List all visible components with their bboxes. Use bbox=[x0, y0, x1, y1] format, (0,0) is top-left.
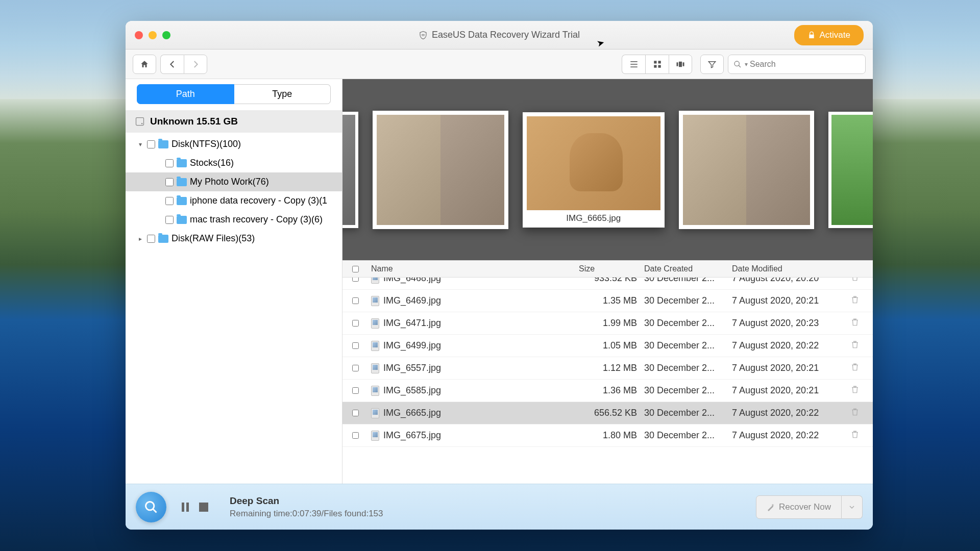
coverflow-thumb-selected[interactable]: IMG_6665.jpg bbox=[523, 112, 664, 228]
file-name: IMG_6471.jpg bbox=[383, 318, 441, 329]
header-date-created[interactable]: Date Created bbox=[644, 264, 732, 273]
trash-icon[interactable] bbox=[850, 340, 860, 349]
file-icon bbox=[371, 363, 379, 373]
recover-label: Recover Now bbox=[779, 502, 831, 512]
maximize-button[interactable] bbox=[162, 31, 170, 39]
tree-item[interactable]: Stocks(16) bbox=[126, 154, 342, 172]
file-size: 1.05 MB bbox=[579, 340, 644, 351]
tab-type[interactable]: Type bbox=[234, 84, 331, 104]
coverflow-strip[interactable]: IMG_6665.jpg bbox=[342, 79, 873, 260]
row-checkbox[interactable] bbox=[352, 297, 359, 304]
tree-item[interactable]: ▾Disk(NTFS)(100) bbox=[126, 135, 342, 154]
grid-view-button[interactable] bbox=[645, 55, 669, 74]
trash-icon[interactable] bbox=[850, 295, 860, 304]
table-row[interactable]: IMG_6557.jpg1.12 MB30 December 2...7 Aug… bbox=[342, 357, 873, 380]
expand-arrow-icon[interactable]: ▾ bbox=[137, 141, 144, 148]
file-table-body: IMG_6468.jpg933.52 KB30 December 2...7 A… bbox=[342, 278, 873, 484]
tree-item[interactable]: iphone data recovery - Copy (3)(1 bbox=[126, 191, 342, 210]
forward-button[interactable] bbox=[184, 55, 207, 74]
svg-rect-2 bbox=[654, 65, 656, 67]
table-row[interactable]: IMG_6468.jpg933.52 KB30 December 2...7 A… bbox=[342, 278, 873, 290]
back-button[interactable] bbox=[160, 55, 184, 74]
tree-checkbox[interactable] bbox=[147, 140, 155, 148]
header-date-modified[interactable]: Date Modified bbox=[732, 264, 850, 273]
grid-icon bbox=[653, 60, 662, 69]
tree-item-label: mac trash recovery - Copy (3)(6) bbox=[190, 214, 323, 225]
coverflow-thumb-far-right[interactable] bbox=[828, 112, 873, 228]
file-date-modified: 7 August 2020, 20:21 bbox=[732, 363, 850, 373]
filter-button[interactable] bbox=[700, 55, 724, 74]
header-name[interactable]: Name bbox=[368, 264, 579, 273]
chevron-right-icon bbox=[191, 60, 200, 69]
scan-indicator bbox=[136, 492, 166, 522]
coverflow-view-button[interactable] bbox=[669, 55, 692, 74]
tree-item-label: My Photo Work(76) bbox=[190, 177, 269, 187]
select-all-checkbox[interactable] bbox=[352, 266, 359, 272]
toolbar: ▾ bbox=[126, 49, 873, 79]
titlebar: EaseUS Data Recovery Wizard Trial ➤ Acti… bbox=[126, 21, 873, 49]
file-date-created: 30 December 2... bbox=[644, 278, 732, 284]
file-date-created: 30 December 2... bbox=[644, 408, 732, 418]
search-box[interactable]: ▾ bbox=[728, 55, 866, 74]
disk-icon bbox=[135, 116, 145, 127]
recover-now-button[interactable]: Recover Now bbox=[756, 495, 842, 519]
close-button[interactable] bbox=[135, 31, 143, 39]
table-row[interactable]: IMG_6469.jpg1.35 MB30 December 2...7 Aug… bbox=[342, 290, 873, 312]
table-row[interactable]: IMG_6665.jpg656.52 KB30 December 2...7 A… bbox=[342, 402, 873, 424]
tree-checkbox[interactable] bbox=[165, 178, 174, 186]
file-date-created: 30 December 2... bbox=[644, 340, 732, 351]
trash-icon[interactable] bbox=[850, 407, 860, 416]
sidebar-tabs: Path Type bbox=[126, 79, 342, 104]
tree-checkbox[interactable] bbox=[147, 235, 155, 243]
activate-button[interactable]: Activate bbox=[794, 25, 864, 45]
list-view-button[interactable] bbox=[622, 55, 645, 74]
row-checkbox[interactable] bbox=[352, 387, 359, 394]
header-size[interactable]: Size bbox=[579, 264, 644, 273]
trash-icon[interactable] bbox=[850, 317, 860, 327]
folder-icon bbox=[177, 197, 187, 205]
tree-item[interactable]: mac trash recovery - Copy (3)(6) bbox=[126, 210, 342, 229]
minimize-button[interactable] bbox=[149, 31, 157, 39]
row-checkbox[interactable] bbox=[352, 320, 359, 327]
file-name: IMG_6675.jpg bbox=[383, 430, 441, 441]
trash-icon[interactable] bbox=[850, 362, 860, 371]
tree-item[interactable]: ▸Disk(RAW Files)(53) bbox=[126, 229, 342, 248]
trash-icon[interactable] bbox=[850, 278, 860, 282]
svg-rect-8 bbox=[136, 118, 144, 126]
file-icon bbox=[371, 386, 379, 396]
table-row[interactable]: IMG_6585.jpg1.36 MB30 December 2...7 Aug… bbox=[342, 380, 873, 402]
disk-header[interactable]: Unknown 15.51 GB bbox=[126, 110, 342, 133]
tree-item[interactable]: My Photo Work(76) bbox=[126, 172, 342, 191]
row-checkbox[interactable] bbox=[352, 432, 359, 439]
list-icon bbox=[629, 60, 639, 69]
row-checkbox[interactable] bbox=[352, 342, 359, 349]
folder-icon bbox=[177, 159, 187, 167]
coverflow-thumb-right[interactable] bbox=[679, 111, 815, 229]
table-row[interactable]: IMG_6499.jpg1.05 MB30 December 2...7 Aug… bbox=[342, 335, 873, 357]
search-input[interactable] bbox=[750, 60, 860, 69]
tree-checkbox[interactable] bbox=[165, 216, 174, 224]
home-button[interactable] bbox=[133, 55, 156, 74]
row-checkbox[interactable] bbox=[352, 278, 359, 282]
recover-dropdown-button[interactable] bbox=[842, 495, 863, 519]
expand-arrow-icon[interactable]: ▸ bbox=[137, 235, 144, 242]
folder-icon bbox=[177, 178, 187, 186]
row-checkbox[interactable] bbox=[352, 410, 359, 416]
table-row[interactable]: IMG_6675.jpg1.80 MB30 December 2...7 Aug… bbox=[342, 424, 873, 447]
tab-path[interactable]: Path bbox=[137, 84, 234, 104]
stop-button[interactable] bbox=[199, 503, 208, 512]
svg-rect-3 bbox=[658, 65, 660, 67]
preview-caption: IMG_6665.jpg bbox=[527, 210, 660, 223]
folder-icon bbox=[158, 140, 168, 148]
svg-point-10 bbox=[146, 502, 154, 510]
trash-icon[interactable] bbox=[850, 385, 860, 394]
table-row[interactable]: IMG_6471.jpg1.99 MB30 December 2...7 Aug… bbox=[342, 312, 873, 335]
search-dropdown-icon[interactable]: ▾ bbox=[745, 61, 748, 68]
pause-button[interactable] bbox=[181, 503, 190, 512]
row-checkbox[interactable] bbox=[352, 365, 359, 371]
tree-checkbox[interactable] bbox=[165, 197, 174, 205]
coverflow-thumb-far-left[interactable] bbox=[342, 112, 358, 228]
tree-checkbox[interactable] bbox=[165, 159, 174, 167]
trash-icon[interactable] bbox=[850, 430, 860, 439]
coverflow-thumb-left[interactable] bbox=[373, 111, 508, 229]
